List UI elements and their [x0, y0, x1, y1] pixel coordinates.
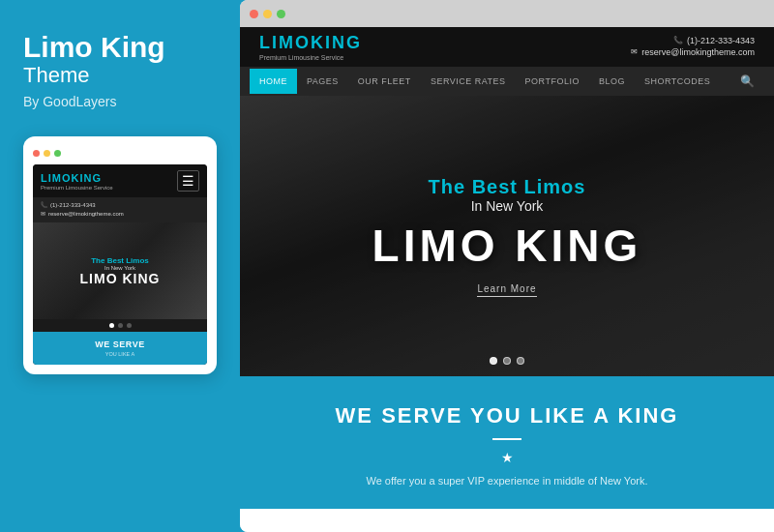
mobile-logo: LIMOKING: [41, 172, 113, 184]
mobile-hero-limo-king: LIMO KING: [80, 271, 161, 286]
mobile-hero-best-limos: The Best Limos: [80, 256, 161, 265]
desktop-titlebar: [240, 0, 774, 27]
mobile-dot-3: [127, 323, 132, 328]
nav-item-home[interactable]: HOME: [250, 69, 297, 94]
mobile-browser-content: LIMOKING Premium Limousine Service ☰ 📞 (…: [33, 164, 207, 365]
mobile-phone-icon: 📞: [41, 201, 47, 208]
hero-dot-3[interactable]: [517, 357, 524, 365]
site-hero-section: The Best Limos In New York LIMO KING Lea…: [240, 96, 774, 376]
site-logo-text: LIMO: [259, 33, 311, 52]
mobile-dot-1: [109, 323, 114, 328]
serve-description: We offer you a super VIP experience in m…: [342, 473, 671, 489]
nav-search-icon[interactable]: 🔍: [730, 67, 764, 96]
nav-item-portfolio[interactable]: PORTFOLIO: [516, 69, 589, 94]
serve-title: WE SERVE YOU LIKE A KING: [259, 403, 755, 429]
hero-dot-2[interactable]: [503, 357, 511, 365]
mobile-slider-dots: [33, 319, 207, 332]
mobile-titlebar-dots: [33, 150, 207, 157]
site-topbar: LIMOKING Premium Limousine Service 📞 (1)…: [240, 27, 774, 67]
site-contact-block: 📞 (1)-212-333-4343 ✉ reserve@limokingthe…: [631, 36, 755, 59]
site-logo-accent: KING: [311, 33, 362, 52]
mobile-serve-title: WE SERVE: [41, 340, 199, 349]
mobile-phone-number: (1)-212-333-4343: [50, 202, 96, 208]
mobile-dot-yellow: [44, 150, 50, 157]
theme-title-block: Limo King Theme By GoodLayers: [23, 31, 217, 109]
theme-author: By GoodLayers: [23, 94, 217, 109]
site-logo: LIMOKING: [259, 33, 362, 53]
site-email-icon: ✉: [631, 47, 638, 56]
mobile-mockup: LIMOKING Premium Limousine Service ☰ 📞 (…: [23, 136, 217, 374]
nav-item-shortcodes[interactable]: SHORTCODES: [635, 69, 720, 94]
hero-best-limos: The Best Limos: [372, 176, 642, 198]
desktop-mockup: LIMOKING Premium Limousine Service 📞 (1)…: [240, 0, 774, 532]
site-phone-line: 📞 (1)-212-333-4343: [631, 36, 755, 45]
serve-star: ★: [259, 450, 755, 465]
site-navigation: HOME PAGES OUR FLEET SERVICE RATES PORTF…: [240, 67, 774, 96]
hero-slider-dots: [490, 357, 524, 365]
mobile-logo-accent: KING: [72, 172, 103, 184]
nav-item-pages[interactable]: PAGES: [297, 69, 348, 94]
mobile-hero-text: The Best Limos In New York LIMO KING: [80, 256, 161, 286]
site-logo-block: LIMOKING Premium Limousine Service: [259, 33, 362, 61]
mobile-email-line: ✉ reserve@limokingtheme.com: [41, 210, 199, 217]
hero-learn-more-link[interactable]: Learn More: [477, 283, 536, 297]
mobile-dot-green: [54, 150, 61, 157]
mobile-hamburger-icon[interactable]: ☰: [177, 170, 199, 192]
mobile-logo-text: LIMO: [41, 172, 72, 184]
mobile-email-icon: ✉: [41, 210, 45, 217]
theme-subtitle: Theme: [23, 63, 217, 88]
mobile-tagline: Premium Limousine Service: [41, 185, 113, 191]
left-panel: Limo King Theme By GoodLayers LIMOKING P…: [0, 0, 240, 532]
mobile-contact-section: 📞 (1)-212-333-4343 ✉ reserve@limokingthe…: [33, 197, 207, 222]
serve-section: WE SERVE YOU LIKE A KING ★ We offer you …: [240, 376, 774, 509]
site-phone-icon: 📞: [673, 36, 683, 44]
mobile-hero-section: The Best Limos In New York LIMO KING: [33, 222, 207, 319]
mobile-site-header: LIMOKING Premium Limousine Service ☰: [33, 164, 207, 197]
mobile-serve-sub: YOU LIKE A: [41, 351, 199, 357]
mobile-dot-2: [118, 323, 123, 328]
site-email-line: ✉ reserve@limokingtheme.com: [631, 47, 755, 57]
site-tagline: Premium Limousine Service: [259, 54, 362, 61]
nav-item-our-fleet[interactable]: OUR FLEET: [348, 69, 421, 94]
site-email-address: reserve@limokingtheme.com: [641, 47, 755, 57]
nav-item-blog[interactable]: BLOG: [589, 69, 635, 94]
theme-title: Limo King: [23, 31, 217, 63]
mobile-serve-section: WE SERVE YOU LIKE A: [33, 332, 207, 365]
nav-item-service-rates[interactable]: SERVICE RATES: [421, 69, 516, 94]
mobile-phone-line: 📞 (1)-212-333-4343: [41, 201, 199, 208]
serve-divider: [492, 438, 521, 440]
desktop-dot-red: [250, 10, 258, 18]
hero-limo-king: LIMO KING: [372, 220, 642, 272]
hero-dot-1[interactable]: [490, 357, 497, 365]
desktop-dot-yellow: [263, 10, 272, 18]
desktop-dot-green: [277, 10, 285, 18]
mobile-email-address: reserve@limokingtheme.com: [48, 211, 124, 217]
mobile-dot-red: [33, 150, 40, 157]
hero-content: The Best Limos In New York LIMO KING Lea…: [372, 176, 642, 297]
hero-in-ny: In New York: [372, 198, 642, 214]
desktop-browser-content: LIMOKING Premium Limousine Service 📞 (1)…: [240, 27, 774, 532]
site-phone-number: (1)-212-333-4343: [687, 36, 755, 45]
